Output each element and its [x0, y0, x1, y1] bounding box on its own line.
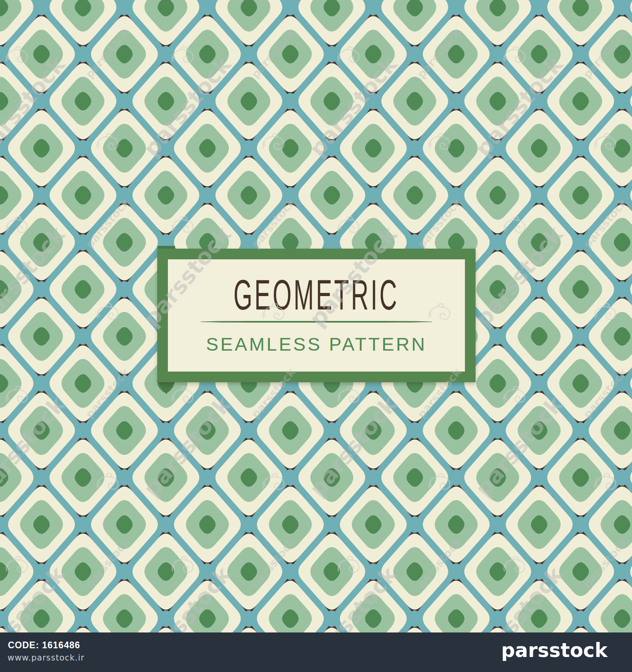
- page-title: GEOMETRIC: [168, 274, 465, 316]
- title-divider: [200, 321, 433, 323]
- label-panel: GEOMETRIC SEAMLESS PATTERN: [168, 259, 465, 372]
- stock-image-preview: GEOMETRIC SEAMLESS PATTERN parsstockpars…: [0, 0, 632, 672]
- footer-bar: CODE: 1616486 www.parsstock.ir parsstock: [0, 632, 632, 672]
- parsstock-logo: parsstock: [501, 639, 608, 662]
- image-code-label: CODE: 1616486: [8, 640, 80, 651]
- page-subtitle: SEAMLESS PATTERN: [168, 335, 465, 353]
- page-title-text: GEOMETRIC: [234, 274, 399, 316]
- website-url-label: www.parsstock.ir: [8, 653, 85, 663]
- label-plaque: GEOMETRIC SEAMLESS PATTERN: [157, 249, 476, 382]
